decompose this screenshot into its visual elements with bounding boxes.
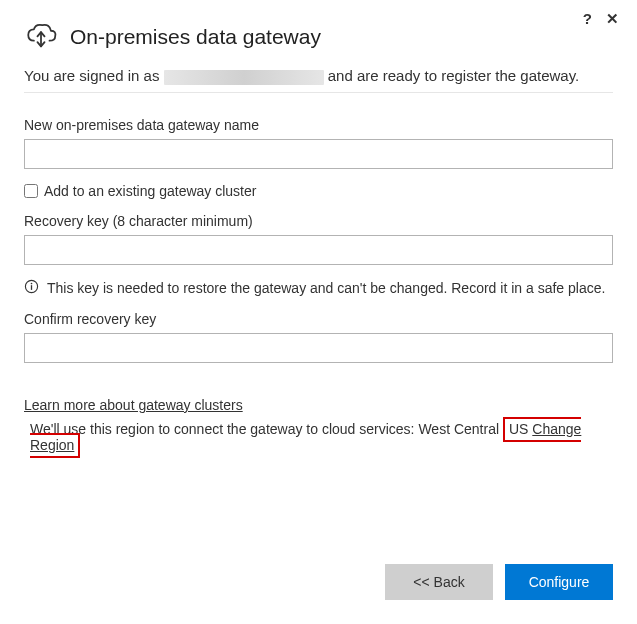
info-icon [24,279,39,297]
recovery-info-row: This key is needed to restore the gatewa… [24,279,613,297]
recovery-key-input[interactable] [24,235,613,265]
confirm-key-label: Confirm recovery key [24,311,613,327]
signin-text: You are signed in as and are ready to re… [24,65,613,86]
region-text: We'll use this region to connect the gat… [30,421,613,453]
recovery-key-label: Recovery key (8 character minimum) [24,213,613,229]
help-icon[interactable]: ? [583,10,592,28]
redacted-username [164,70,324,85]
gateway-name-input[interactable] [24,139,613,169]
recovery-info-text: This key is needed to restore the gatewa… [47,280,605,296]
configure-button[interactable]: Configure [505,564,613,600]
learn-more-link[interactable]: Learn more about gateway clusters [24,397,243,413]
confirm-key-input[interactable] [24,333,613,363]
close-icon[interactable]: ✕ [606,10,619,28]
back-button[interactable]: << Back [385,564,493,600]
header: On-premises data gateway [24,18,613,55]
gateway-name-label: New on-premises data gateway name [24,117,613,133]
page-title: On-premises data gateway [70,25,321,49]
add-to-cluster-checkbox[interactable] [24,184,38,198]
cloud-gateway-icon [24,18,58,55]
svg-point-1 [31,283,33,285]
divider [24,92,613,93]
add-to-cluster-label: Add to an existing gateway cluster [44,183,256,199]
svg-rect-2 [31,285,32,290]
